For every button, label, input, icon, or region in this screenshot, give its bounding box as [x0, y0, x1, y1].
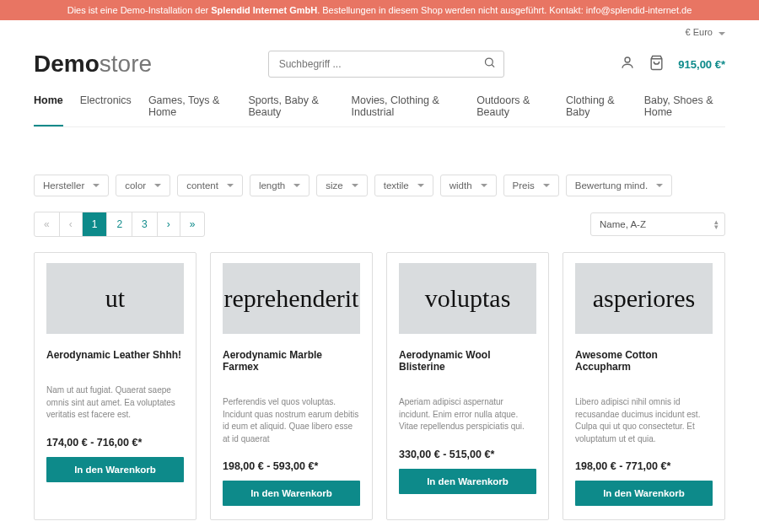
product-card: utAerodynamic Leather Shhh!Nam ut aut fu… — [34, 252, 196, 520]
filter-preis[interactable]: Preis — [503, 175, 559, 196]
select-arrows-icon: ▴▾ — [714, 219, 719, 229]
product-description: Libero adipisci nihil omnis id recusanda… — [575, 396, 713, 445]
page-‹: ‹ — [60, 212, 83, 236]
search-input[interactable] — [268, 51, 504, 78]
product-title[interactable]: Aerodynamic Wool Blisterine — [399, 349, 536, 373]
nav-item-1[interactable]: Electronics — [80, 94, 132, 126]
chevron-down-icon — [293, 184, 300, 187]
filter-hersteller[interactable]: Hersteller — [34, 175, 109, 196]
nav-item-7[interactable]: Baby, Shoes & Home — [644, 94, 725, 126]
product-price: 198,00 € - 593,00 €* — [223, 460, 360, 472]
cart-icon[interactable] — [649, 55, 665, 74]
svg-point-1 — [625, 57, 630, 62]
page-1[interactable]: 1 — [83, 212, 108, 236]
nav-item-6[interactable]: Clothing & Baby — [566, 94, 627, 126]
chevron-down-icon — [227, 184, 234, 187]
logo[interactable]: Demostore — [34, 51, 152, 78]
product-card: reprehenderitAerodynamic Marble FarmexPe… — [210, 252, 373, 520]
nav-item-4[interactable]: Movies, Clothing & Industrial — [352, 94, 460, 126]
currency-switcher[interactable]: € Euro — [686, 27, 725, 37]
product-card: voluptasAerodynamic Wool BlisterineAperi… — [386, 252, 549, 520]
demo-banner: Dies ist eine Demo-Installation der Sple… — [0, 0, 759, 20]
nav-item-0[interactable]: Home — [34, 94, 63, 126]
cart-total[interactable]: 915,00 €* — [678, 58, 725, 71]
chevron-down-icon — [93, 184, 100, 187]
filter-color[interactable]: color — [116, 175, 170, 196]
nav-item-5[interactable]: Outdoors & Beauty — [476, 94, 549, 126]
product-image[interactable]: voluptas — [399, 263, 536, 334]
nav-item-2[interactable]: Games, Toys & Home — [148, 94, 232, 126]
product-description: Aperiam adipisci aspernatur incidunt. En… — [399, 396, 536, 433]
page-»[interactable]: » — [180, 212, 205, 236]
product-description: Nam ut aut fugiat. Quaerat saepe omnis s… — [46, 384, 184, 422]
product-title[interactable]: Aerodynamic Marble Farmex — [223, 349, 360, 373]
product-image[interactable]: asperiores — [575, 263, 713, 334]
filter-bewertung-mind.[interactable]: Bewertung mind. — [566, 175, 672, 196]
chevron-down-icon — [543, 184, 550, 187]
account-icon[interactable] — [620, 55, 635, 73]
product-price: 330,00 € - 515,00 €* — [399, 449, 536, 460]
svg-point-0 — [485, 58, 493, 66]
page-›[interactable]: › — [158, 212, 180, 236]
add-to-cart-button[interactable]: In den Warenkorb — [46, 457, 184, 482]
page-2[interactable]: 2 — [107, 212, 132, 236]
filter-row: Herstellercolorcontentlengthsizetextilew… — [34, 175, 725, 196]
search-icon[interactable] — [483, 56, 496, 73]
filter-width[interactable]: width — [440, 175, 497, 196]
product-image[interactable]: ut — [46, 263, 184, 334]
product-price: 198,00 € - 771,00 €* — [575, 460, 713, 472]
pagination: «‹123›» — [34, 212, 205, 237]
chevron-down-icon — [656, 184, 663, 187]
chevron-down-icon — [719, 32, 725, 35]
product-title[interactable]: Aerodynamic Leather Shhh! — [46, 349, 184, 361]
add-to-cart-button[interactable]: In den Warenkorb — [575, 481, 713, 506]
product-grid: utAerodynamic Leather Shhh!Nam ut aut fu… — [34, 252, 725, 520]
chevron-down-icon — [154, 184, 161, 187]
product-image[interactable]: reprehenderit — [223, 263, 360, 334]
product-card: asperioresAwesome Cotton AccupharmLibero… — [563, 252, 725, 520]
filter-size[interactable]: size — [316, 175, 367, 196]
sort-select[interactable]: Name, A-Z ▴▾ — [590, 212, 725, 236]
add-to-cart-button[interactable]: In den Warenkorb — [399, 469, 536, 494]
product-description: Perferendis vel quos voluptas. Incidunt … — [223, 396, 360, 445]
chevron-down-icon — [481, 184, 487, 187]
add-to-cart-button[interactable]: In den Warenkorb — [223, 481, 360, 506]
page-3[interactable]: 3 — [132, 212, 158, 236]
nav-item-3[interactable]: Sports, Baby & Beauty — [248, 94, 334, 126]
page-«: « — [35, 212, 60, 236]
filter-content[interactable]: content — [177, 175, 243, 196]
chevron-down-icon — [417, 184, 424, 187]
filter-textile[interactable]: textile — [374, 175, 433, 196]
chevron-down-icon — [352, 184, 358, 187]
product-price: 174,00 € - 716,00 €* — [46, 437, 184, 449]
search-form — [268, 51, 504, 78]
filter-length[interactable]: length — [250, 175, 310, 196]
product-title[interactable]: Awesome Cotton Accupharm — [575, 349, 713, 373]
main-nav: HomeElectronicsGames, Toys & HomeSports,… — [34, 91, 725, 127]
